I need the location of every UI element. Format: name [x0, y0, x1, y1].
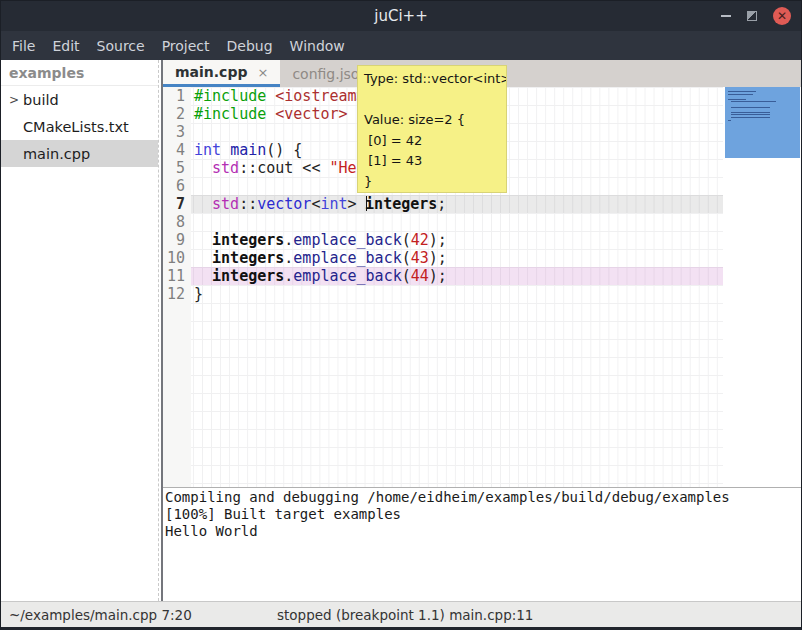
- minimap-code-line: [728, 94, 753, 95]
- app-window: juCi++ ✕ FileEditSourceProjectDebugWindo…: [0, 0, 802, 630]
- code-token: <iostream>: [275, 87, 365, 105]
- debug-output-panel[interactable]: Compiling and debugging /home/eidheim/ex…: [163, 487, 801, 601]
- code-token: 43: [411, 249, 429, 267]
- code-line[interactable]: integers.emplace_back(43);: [191, 249, 723, 267]
- close-icon[interactable]: ✕: [773, 7, 791, 25]
- code-token: int: [194, 141, 221, 159]
- tooltip-line: [0] = 42: [364, 131, 500, 152]
- sidebar-item-build[interactable]: >build: [1, 86, 158, 113]
- code-token: #include: [194, 87, 266, 105]
- file-label: CMakeLists.txt: [23, 119, 129, 135]
- sidebar-header: examples: [1, 60, 158, 86]
- menu-item-debug[interactable]: Debug: [227, 36, 273, 56]
- code-token: main: [230, 141, 266, 159]
- code-token: [266, 87, 275, 105]
- menu-item-source[interactable]: Source: [97, 36, 145, 56]
- code-token: vector: [257, 195, 311, 213]
- minimap-code-line: [731, 117, 770, 118]
- code-token: [194, 159, 212, 177]
- minimap-code-line: [731, 101, 776, 102]
- code-token: std: [212, 159, 239, 177]
- line-number: 11: [163, 267, 185, 285]
- code-line[interactable]: std::vector<int> integers;: [191, 195, 723, 213]
- file-label: build: [23, 92, 59, 108]
- code-token: ;: [437, 195, 446, 213]
- code-token: (: [402, 249, 411, 267]
- code-token: ::: [239, 195, 257, 213]
- file-label: main.cpp: [23, 146, 90, 162]
- line-number-gutter: 123456789101112: [163, 87, 191, 487]
- code-token: emplace_back: [293, 267, 401, 285]
- status-file-position: ~/examples/main.cpp 7:20: [9, 607, 192, 623]
- code-token: [194, 231, 212, 249]
- code-token: integers: [212, 231, 284, 249]
- code-token: (: [402, 267, 411, 285]
- window-title: juCi++: [1, 7, 801, 25]
- code-token: [194, 195, 212, 213]
- code-token: [266, 105, 275, 123]
- minimap[interactable]: [723, 87, 801, 487]
- code-token: [194, 267, 212, 285]
- tab-close-icon[interactable]: ×: [257, 65, 268, 80]
- minimap-code-line: [731, 112, 770, 113]
- code-token: emplace_back: [293, 231, 401, 249]
- code-token: 44: [411, 267, 429, 285]
- line-number: 4: [163, 141, 185, 159]
- minimap-code-line: [728, 120, 731, 121]
- menu-item-window[interactable]: Window: [290, 36, 345, 56]
- line-number: 6: [163, 177, 185, 195]
- restore-icon[interactable]: [747, 11, 757, 21]
- code-token: integers: [212, 249, 284, 267]
- line-number: 5: [163, 159, 185, 177]
- line-number: 8: [163, 213, 185, 231]
- line-number: 2: [163, 105, 185, 123]
- code-token: );: [429, 267, 447, 285]
- expand-chevron-icon[interactable]: >: [9, 93, 23, 107]
- code-token: 42: [411, 231, 429, 249]
- line-number: 10: [163, 249, 185, 267]
- output-line: [100%] Built target examples: [165, 506, 801, 523]
- debug-value-tooltip: Type: std::vector<int> Value: size=2 { […: [357, 65, 507, 193]
- line-number: 9: [163, 231, 185, 249]
- code-token: int: [320, 195, 347, 213]
- file-tree-sidebar: examples >buildCMakeLists.txtmain.cpp: [1, 60, 158, 601]
- status-bar: ~/examples/main.cpp 7:20 stopped (breakp…: [1, 601, 801, 628]
- tab-main-cpp[interactable]: main.cpp×: [163, 60, 280, 87]
- code-line[interactable]: integers.emplace_back(42);: [191, 231, 723, 249]
- menu-item-file[interactable]: File: [12, 36, 35, 56]
- output-line: Compiling and debugging /home/eidheim/ex…: [165, 489, 801, 506]
- code-token: emplace_back: [293, 249, 401, 267]
- sidebar-item-main-cpp[interactable]: main.cpp: [1, 140, 158, 167]
- title-bar[interactable]: juCi++ ✕: [1, 1, 801, 31]
- code-line[interactable]: }: [191, 285, 723, 303]
- minimap-code-line: [728, 99, 746, 100]
- tooltip-line: Value: size=2 {: [364, 110, 500, 131]
- line-number: 3: [163, 123, 185, 141]
- code-token: .: [284, 231, 293, 249]
- line-number: 12: [163, 285, 185, 303]
- code-token: [221, 141, 230, 159]
- code-token: <vector>: [275, 105, 347, 123]
- code-token: integers: [212, 267, 284, 285]
- menu-bar: FileEditSourceProjectDebugWindow: [1, 31, 801, 60]
- code-line[interactable]: integers.emplace_back(44);: [191, 267, 723, 285]
- minimap-viewport[interactable]: [725, 87, 800, 158]
- minimap-code-line: [731, 114, 770, 115]
- code-line[interactable]: [191, 213, 723, 231]
- code-token: std: [212, 195, 239, 213]
- code-token: );: [429, 231, 447, 249]
- output-line: Hello World: [165, 523, 801, 540]
- menu-item-project[interactable]: Project: [162, 36, 210, 56]
- status-debug-state: stopped (breakpoint 1.1) main.cpp:11: [277, 607, 533, 623]
- code-token: integers: [365, 195, 437, 213]
- code-token: ::cout <<: [239, 159, 329, 177]
- code-token: [194, 249, 212, 267]
- sidebar-item-cmakelists-txt[interactable]: CMakeLists.txt: [1, 113, 158, 140]
- minimize-icon[interactable]: [721, 15, 731, 17]
- tab-label: main.cpp: [175, 64, 247, 80]
- code-token: >: [348, 195, 366, 213]
- code-token: (: [402, 231, 411, 249]
- menu-item-edit[interactable]: Edit: [52, 36, 79, 56]
- code-token: #include: [194, 105, 266, 123]
- tooltip-line: Type: std::vector<int>: [364, 69, 500, 90]
